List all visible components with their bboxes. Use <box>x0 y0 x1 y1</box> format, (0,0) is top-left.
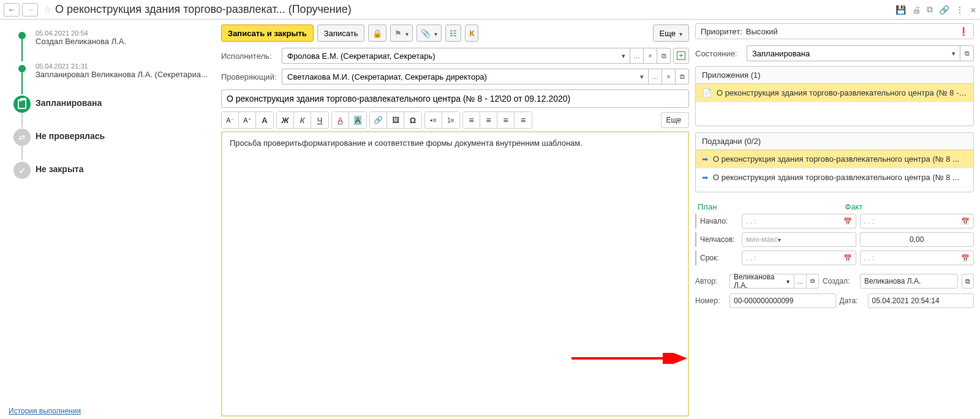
k-button[interactable]: К <box>465 25 478 42</box>
number-list-button[interactable] <box>442 112 459 128</box>
priority-field[interactable]: Приоритет: Высокий <box>695 23 974 39</box>
open-icon[interactable]: ⧉ <box>657 48 671 64</box>
plan-due-input[interactable]: . . : <box>742 251 856 265</box>
attachment-item[interactable]: О реконструкция здания торгово-развлекат… <box>696 84 973 102</box>
bold-button[interactable]: Ж <box>277 112 294 128</box>
calendar-icon[interactable] <box>961 254 970 262</box>
subtasks-header: Подзадачи (0/2) <box>695 132 974 149</box>
open-icon[interactable]: ⧉ <box>807 274 819 289</box>
underline-button[interactable]: Ч <box>311 112 328 128</box>
fact-hours-input[interactable]: 0,00 <box>860 232 974 247</box>
annotation-arrow <box>571 353 694 361</box>
subtask-item[interactable]: О реконструкция здания торгово-развлекат… <box>696 150 973 168</box>
dropdown-icon[interactable]: ▾ <box>635 69 649 85</box>
font-larger-button[interactable] <box>239 112 256 128</box>
flag-button[interactable] <box>390 25 413 42</box>
lock-button[interactable] <box>368 25 386 42</box>
nav-back-button[interactable]: ← <box>4 3 20 17</box>
subtasks-list: О реконструкция здания торгово-развлекат… <box>695 149 974 192</box>
text-color-button[interactable]: A <box>332 112 349 128</box>
arrow-right-icon <box>702 154 708 164</box>
calendar-icon[interactable] <box>843 254 852 262</box>
clear-icon[interactable]: × <box>644 48 657 64</box>
dropdown-icon[interactable]: ▾ <box>617 48 630 64</box>
fact-due-input[interactable]: . . : <box>860 251 974 265</box>
plan-header: План <box>698 202 827 211</box>
ellipsis-icon[interactable]: … <box>630 48 644 64</box>
due-label: Срок: <box>695 251 738 265</box>
nav-forward-button: → <box>22 3 38 17</box>
tree-button[interactable] <box>445 25 461 42</box>
close-icon[interactable] <box>970 5 976 15</box>
insert-symbol-button[interactable] <box>404 112 421 128</box>
priority-label: Приоритет: <box>701 27 742 36</box>
check-icon <box>13 162 31 179</box>
date-value: 05.04.2021 20:54:14 <box>868 293 974 308</box>
link-icon[interactable] <box>939 5 949 15</box>
add-executor-button[interactable] <box>673 48 689 64</box>
save-icon[interactable] <box>895 5 906 15</box>
editor-toolbar: A Ж К Ч A A <box>221 111 689 129</box>
state-combo[interactable]: ▾ ⧉ <box>747 45 974 61</box>
timeline-panel: 05.04.2021 20:54 Создал Великанова Л.А. … <box>0 20 219 419</box>
priority-high-icon <box>959 27 968 36</box>
favorite-star-icon[interactable]: ☆ <box>44 5 51 14</box>
open-icon[interactable]: ⧉ <box>962 274 974 289</box>
insert-link-button[interactable] <box>370 112 387 128</box>
open-icon[interactable]: ⧉ <box>960 45 974 61</box>
dropdown-icon[interactable]: ▾ <box>782 274 794 289</box>
page-title: О реконструкция здания торгово-развлекат… <box>55 3 895 16</box>
history-link[interactable]: История выполнения <box>9 407 81 415</box>
reviewer-label: Проверяющий: <box>221 72 279 81</box>
align-right-button[interactable] <box>497 112 514 128</box>
more-menu-icon[interactable] <box>956 5 964 15</box>
top-bar: ← → ☆ О реконструкция здания торгово-раз… <box>0 0 980 20</box>
ellipsis-icon[interactable]: … <box>794 274 807 289</box>
timeline-dot-icon <box>18 65 26 72</box>
plan-hours-input[interactable]: мин-макс <box>742 232 856 247</box>
hours-label: Челчасов: <box>695 232 738 247</box>
author-value[interactable]: Великанова Л.А. <box>729 274 782 289</box>
print-icon[interactable] <box>912 5 921 15</box>
external-icon[interactable] <box>927 4 933 15</box>
align-justify-button[interactable] <box>514 112 532 128</box>
number-value: 00-000000000099 <box>729 293 836 308</box>
more-button-center[interactable]: Еще <box>653 25 689 42</box>
lock-icon <box>372 29 382 38</box>
italic-button[interactable]: К <box>294 112 311 128</box>
executor-combo[interactable]: ▾ … × ⧉ <box>282 48 671 64</box>
clear-icon[interactable]: × <box>662 69 676 85</box>
font-default-button[interactable]: A <box>256 112 273 128</box>
plus-icon <box>677 51 685 60</box>
calendar-icon[interactable] <box>961 217 970 225</box>
created-by-value: Великанова Л.А. <box>860 274 958 289</box>
attach-button[interactable] <box>417 25 442 42</box>
insert-image-button[interactable] <box>387 112 404 128</box>
editor-more-button[interactable]: Еще <box>661 112 689 128</box>
save-and-close-button[interactable]: Записать и закрыть <box>221 25 314 42</box>
editor-body[interactable]: Просьба проверитьформатирование и соотве… <box>221 131 689 417</box>
timeline-status-not-reviewed: Не проверялась <box>9 129 213 153</box>
ellipsis-icon[interactable]: … <box>649 69 662 85</box>
bullet-list-button[interactable] <box>425 112 442 128</box>
align-left-button[interactable] <box>463 112 480 128</box>
executor-input[interactable] <box>282 48 617 64</box>
clip-icon <box>421 29 431 38</box>
dropdown-icon[interactable]: ▾ <box>947 45 960 61</box>
state-label: Состояние: <box>695 49 744 58</box>
bg-color-button[interactable]: A <box>349 112 366 128</box>
subtask-item[interactable]: О реконструкция здания торгово-развлекат… <box>696 168 973 187</box>
save-button[interactable]: Записать <box>317 25 365 42</box>
reviewer-input[interactable] <box>282 69 635 85</box>
fact-start-input[interactable]: . . : <box>860 214 974 228</box>
open-icon[interactable]: ⧉ <box>676 69 689 85</box>
reviewer-combo[interactable]: ▾ … × ⧉ <box>282 69 689 85</box>
subject-input[interactable] <box>221 89 689 108</box>
plan-start-input[interactable]: . . : <box>742 214 856 228</box>
font-smaller-button[interactable] <box>222 112 239 128</box>
state-input[interactable] <box>747 45 947 61</box>
calendar-icon[interactable] <box>843 217 852 225</box>
timeline-planned-by: 05.04.2021 21:31 Запланировал Великанова… <box>9 62 213 87</box>
align-center-button[interactable] <box>480 112 497 128</box>
fact-header: Факт <box>845 202 974 211</box>
